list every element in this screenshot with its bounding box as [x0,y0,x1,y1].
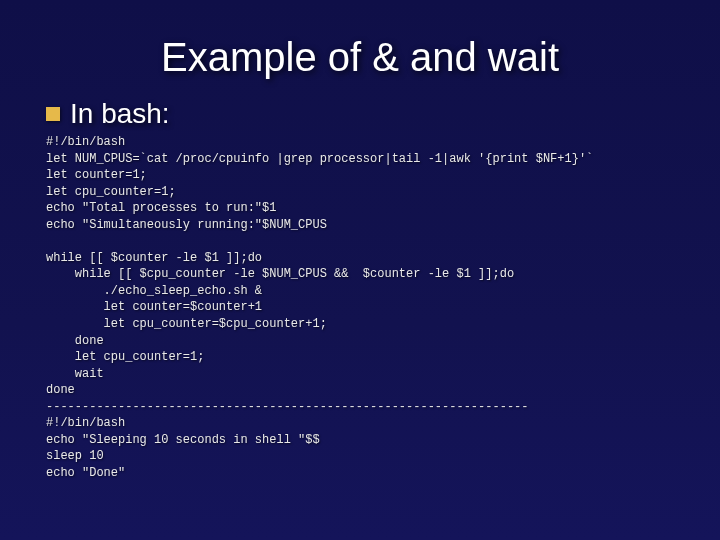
code-block: #!/bin/bash let NUM_CPUS=`cat /proc/cpui… [46,134,690,481]
bullet-square-icon [46,107,60,121]
subhead-row: In bash: [46,98,690,130]
slide: Example of & and wait In bash: #!/bin/ba… [0,0,720,540]
slide-title: Example of & and wait [30,35,690,80]
subhead-text: In bash: [70,98,170,130]
footer-area [0,522,720,540]
